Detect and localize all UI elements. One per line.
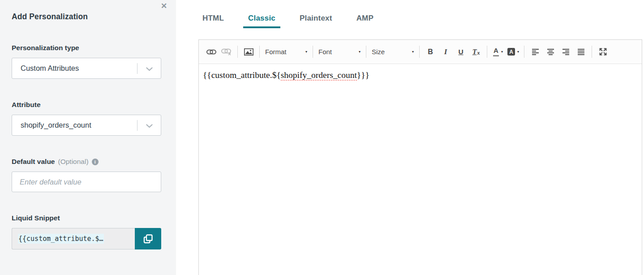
align-left-icon[interactable]	[528, 45, 542, 59]
caret-down-icon: ▾	[517, 50, 519, 54]
optional-label: (Optional)	[58, 158, 88, 166]
format-dropdown-label: Format	[265, 48, 287, 56]
copy-snippet-button[interactable]	[135, 228, 161, 249]
info-icon[interactable]: i	[92, 159, 99, 165]
caret-down-icon: ▾	[305, 50, 307, 54]
toolbar-separator	[592, 46, 592, 58]
tab-html[interactable]: HTML	[202, 14, 224, 28]
select-divider	[137, 120, 137, 131]
size-dropdown[interactable]: Size ▾	[369, 45, 416, 59]
text-color-button[interactable]: A ▾	[491, 45, 505, 59]
italic-button[interactable]: I	[439, 45, 452, 59]
tab-classic[interactable]: Classic	[248, 14, 275, 28]
format-dropdown[interactable]: Format ▾	[263, 45, 309, 59]
remove-format-sub: x	[477, 48, 480, 58]
liquid-snippet-row: {{custom_attribute.$…	[12, 228, 161, 249]
bold-icon: B	[428, 48, 433, 56]
toolbar-separator	[524, 46, 524, 58]
bold-button[interactable]: B	[424, 45, 437, 59]
chevron-down-icon	[146, 124, 153, 128]
link-icon[interactable]	[205, 45, 218, 59]
background-color-button[interactable]: A ▾	[507, 45, 520, 59]
liquid-text-misspelled: shopify_orders_count	[281, 70, 357, 81]
select-divider	[137, 63, 137, 74]
italic-icon: I	[444, 47, 447, 56]
caret-down-icon: ▾	[412, 50, 414, 54]
add-personalization-panel: ✕ Add Personalization Personalization ty…	[0, 0, 176, 275]
copy-icon	[142, 233, 154, 245]
underline-icon: U	[458, 48, 463, 56]
editor-content[interactable]: {{custom_attribute.${shopify_orders_coun…	[199, 64, 642, 275]
chevron-down-icon	[146, 67, 153, 71]
editor-tabs: HTML Classic Plaintext AMP	[202, 14, 374, 28]
caret-down-icon: ▾	[501, 50, 503, 54]
image-icon[interactable]	[242, 45, 255, 59]
liquid-text-after: }}}	[357, 70, 369, 80]
background-color-icon: A	[507, 48, 515, 56]
toolbar-separator	[313, 46, 313, 58]
unlink-icon	[220, 45, 233, 59]
size-dropdown-label: Size	[372, 48, 385, 56]
toolbar-separator	[487, 46, 487, 58]
attribute-label: Attribute	[12, 101, 41, 109]
justify-icon[interactable]	[574, 45, 588, 59]
personalization-type-label: Personalization type	[12, 44, 79, 52]
attribute-select[interactable]: shopify_orders_count	[12, 115, 161, 136]
personalization-type-select[interactable]: Custom Attributes	[12, 58, 161, 79]
rich-text-editor: Format ▾ Font ▾ Size ▾ B I U	[198, 39, 642, 275]
default-value-input[interactable]	[12, 172, 161, 192]
remove-format-button[interactable]: Tx	[469, 45, 483, 59]
personalization-type-value: Custom Attributes	[21, 64, 79, 73]
toolbar-separator	[237, 46, 238, 58]
attribute-value: shopify_orders_count	[21, 121, 91, 129]
caret-down-icon: ▾	[359, 50, 361, 54]
close-icon[interactable]: ✕	[161, 1, 167, 11]
editor-area: HTML Classic Plaintext AMP	[198, 0, 642, 275]
default-value-label-row: Default value (Optional) i	[12, 158, 99, 166]
font-dropdown[interactable]: Font ▾	[316, 45, 363, 59]
editor-toolbar: Format ▾ Font ▾ Size ▾ B I U	[199, 40, 642, 64]
toolbar-separator	[259, 46, 260, 58]
liquid-snippet-field: {{custom_attribute.$…	[12, 228, 135, 249]
remove-format-icon: T	[472, 48, 477, 56]
underline-button[interactable]: U	[454, 45, 468, 59]
toolbar-separator	[419, 46, 420, 58]
tab-plaintext[interactable]: Plaintext	[300, 14, 332, 28]
liquid-snippet-label: Liquid Snippet	[12, 214, 60, 222]
font-dropdown-label: Font	[318, 48, 332, 56]
maximize-icon[interactable]	[596, 45, 610, 59]
liquid-snippet-value: {{custom_attribute.$…	[18, 234, 104, 244]
align-right-icon[interactable]	[559, 45, 572, 59]
panel-title: Add Personalization	[12, 12, 88, 21]
text-color-icon: A	[493, 47, 499, 56]
toolbar-separator	[366, 46, 366, 58]
align-center-icon[interactable]	[544, 45, 557, 59]
default-value-label: Default value	[12, 158, 55, 166]
tab-amp[interactable]: AMP	[356, 14, 374, 28]
liquid-text-before: {{custom_attribute.${	[203, 70, 281, 80]
